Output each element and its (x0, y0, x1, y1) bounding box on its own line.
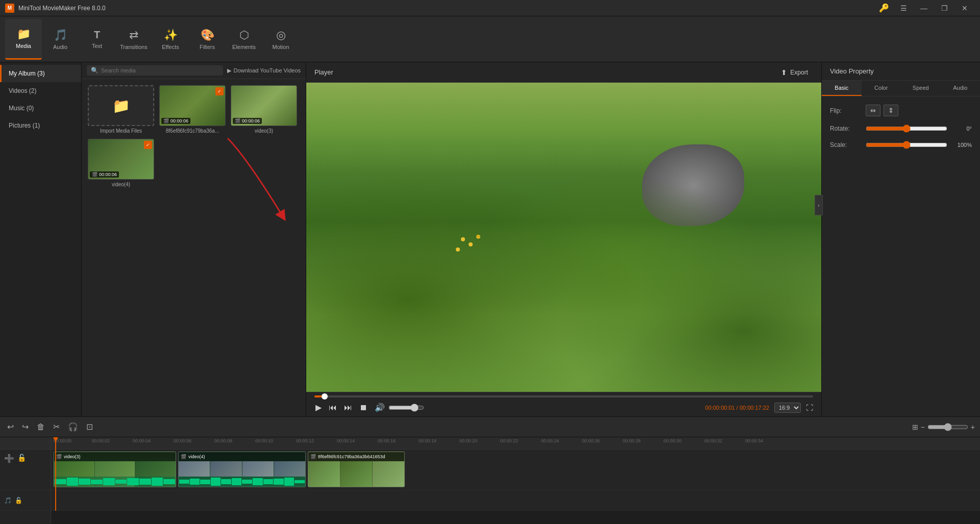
filters-icon: 🎨 (201, 29, 214, 42)
thumb3-strip-1 (308, 461, 340, 487)
rotate-slider[interactable] (866, 124, 947, 133)
effects-label: Effects (162, 44, 179, 50)
key-icon: 🔑 (879, 3, 889, 13)
media-thumb-2[interactable]: 🎬 00:00:06 (231, 85, 297, 126)
prop-tab-speed[interactable]: Speed (901, 81, 941, 96)
toolbar-audio[interactable]: 🎵 Audio (42, 19, 79, 60)
prop-tab-audio[interactable]: Audio (941, 81, 981, 96)
media-item-2[interactable]: 🎬 00:00:06 video(3) (231, 85, 297, 134)
export-button[interactable]: ⬆ Export (776, 66, 813, 79)
toolbar-motion[interactable]: ◎ Motion (262, 19, 299, 60)
player-controls: ▶ ⏮ ⏭ ⏹ 🔊 00:00:00:01 / 00:00:17:22 16:9… (306, 392, 821, 416)
crop-btn[interactable]: ⊡ (84, 420, 95, 434)
media-item-1[interactable]: 🎬 00:00:06 ✓ 8f6ef86fc91c79ba36a... (159, 85, 226, 134)
zoom-in-btn[interactable]: + (971, 423, 975, 431)
left-panel: My Album (3) Videos (2) Music (0) Pictur… (0, 62, 306, 416)
panel-collapse-btn[interactable]: › (815, 195, 823, 215)
scale-slider[interactable] (866, 141, 947, 149)
wave-9 (152, 478, 163, 485)
media-item-3[interactable]: 🎬 00:00:06 ✓ video(4) (88, 139, 154, 187)
clip-video3-header: 🎬 video(3) (54, 452, 176, 461)
clip3-thumbnails (308, 461, 404, 487)
toolbar-effects[interactable]: ✨ Effects (152, 19, 189, 60)
restore-btn[interactable]: ❐ (934, 0, 954, 16)
toolbar-filters[interactable]: 🎨 Filters (189, 19, 226, 60)
clip-8f6ef[interactable]: 🎬 8f6ef86fc91c79ba36a3b641653d (308, 452, 405, 487)
flip-buttons: ⇔ ⇕ (866, 105, 898, 116)
import-label: Import Media Files (88, 128, 154, 134)
sidebar-item-pictures[interactable]: Pictures (1) (0, 117, 81, 134)
search-box[interactable]: 🔍 (87, 65, 223, 76)
aspect-ratio-select[interactable]: 16:9 4:3 1:1 9:16 (774, 403, 801, 413)
wave2-10 (274, 479, 284, 485)
sidebar-item-myalbum[interactable]: My Album (3) (0, 65, 81, 82)
media-label: Media (16, 43, 31, 49)
add-track-icon[interactable]: ➕ (4, 454, 14, 463)
progress-bar[interactable] (314, 395, 813, 397)
prop-tab-basic[interactable]: Basic (822, 81, 862, 96)
search-input[interactable] (101, 67, 219, 73)
effects-icon: ✨ (164, 29, 178, 42)
timeline: ↩ ↪ 🗑 ✂ 🎧 ⊡ ⊞ − + ➕ 🔓 🎵 🔓 (0, 417, 980, 524)
volume-icon[interactable]: 🔊 (374, 402, 386, 413)
rotate-value: 0° (951, 126, 972, 132)
wave2-6 (232, 478, 242, 485)
check-badge-1: ✓ (215, 87, 224, 95)
lock-audio-icon[interactable]: 🔓 (15, 497, 22, 504)
prev-frame-button[interactable]: ⏮ (328, 402, 338, 413)
zoom-fit-btn[interactable]: ⊞ (912, 423, 918, 431)
next-frame-button[interactable]: ⏭ (343, 402, 353, 413)
clip-video3[interactable]: 🎬 video(3) (54, 452, 176, 487)
wave-3 (79, 479, 90, 485)
timeline-content[interactable]: 00:00:00 00:00:02 00:00:04 00:00:06 00:0… (51, 437, 980, 524)
fullscreen-button[interactable]: ⛶ (806, 404, 813, 412)
prop-tab-color[interactable]: Color (862, 81, 901, 96)
playhead[interactable] (55, 437, 56, 511)
lock-track-icon[interactable]: 🔓 (17, 454, 26, 462)
ruler-mark-9: 00:00:18 (419, 438, 436, 443)
close-btn[interactable]: ✕ (954, 0, 975, 16)
ruler-mark-2: 00:00:04 (133, 438, 151, 443)
zoom-slider[interactable] (927, 423, 968, 431)
clip-icon-3: 🎬 (310, 454, 316, 459)
play-button[interactable]: ▶ (314, 402, 323, 413)
media-thumb-1[interactable]: 🎬 00:00:06 ✓ (159, 85, 226, 126)
import-thumb[interactable]: 📁 (88, 85, 154, 126)
clip-video4[interactable]: 🎬 video(4) (178, 452, 306, 487)
video-icon-2: 🎬 (235, 118, 240, 123)
clip-8f6ef-body (308, 461, 404, 487)
flip-vertical-btn[interactable]: ⇕ (884, 105, 898, 116)
sidebar-item-music[interactable]: Music (0) (0, 99, 81, 117)
toolbar-text[interactable]: T Text (79, 19, 115, 60)
wave2-2 (190, 479, 200, 485)
delete-btn[interactable]: 🗑 (35, 420, 47, 434)
transitions-label: Transitions (120, 44, 147, 50)
app-title: MiniTool MovieMaker Free 8.0.0 (18, 5, 879, 12)
wave2-8 (253, 478, 263, 485)
volume-slider[interactable] (388, 404, 424, 412)
toolbar-media[interactable]: 📁 Media (5, 19, 42, 60)
menu-btn[interactable]: ☰ (893, 0, 914, 16)
media-content-area: 🔍 ▶ Download YouTube Videos 📁 Import Med… (82, 62, 306, 416)
import-media-item[interactable]: 📁 Import Media Files (88, 85, 154, 134)
toolbar-transitions[interactable]: ⇄ Transitions (115, 19, 152, 60)
download-youtube-btn[interactable]: ▶ Download YouTube Videos (227, 67, 301, 74)
zoom-out-btn[interactable]: − (921, 423, 925, 431)
ruler-mark-1: 00:00:02 (92, 438, 110, 443)
scale-slider-row: 100% (866, 141, 972, 149)
wave2-12 (295, 480, 305, 483)
sidebar-item-videos[interactable]: Videos (2) (0, 82, 81, 99)
sidebar: My Album (3) Videos (2) Music (0) Pictur… (0, 62, 82, 416)
media-thumb-3[interactable]: 🎬 00:00:06 ✓ (88, 139, 154, 180)
toolbar-elements[interactable]: ⬡ Elements (226, 19, 262, 60)
split-audio-btn[interactable]: 🎧 (66, 420, 80, 434)
ruler-mark-4: 00:00:08 (214, 438, 232, 443)
flip-horizontal-btn[interactable]: ⇔ (866, 105, 880, 116)
wave2-4 (211, 478, 221, 486)
cut-btn[interactable]: ✂ (51, 420, 62, 434)
scale-row: Scale: 100% (830, 141, 972, 149)
redo-btn[interactable]: ↪ (20, 420, 31, 434)
stop-button[interactable]: ⏹ (358, 402, 369, 413)
minimize-btn[interactable]: — (914, 0, 934, 16)
undo-btn[interactable]: ↩ (5, 420, 16, 434)
